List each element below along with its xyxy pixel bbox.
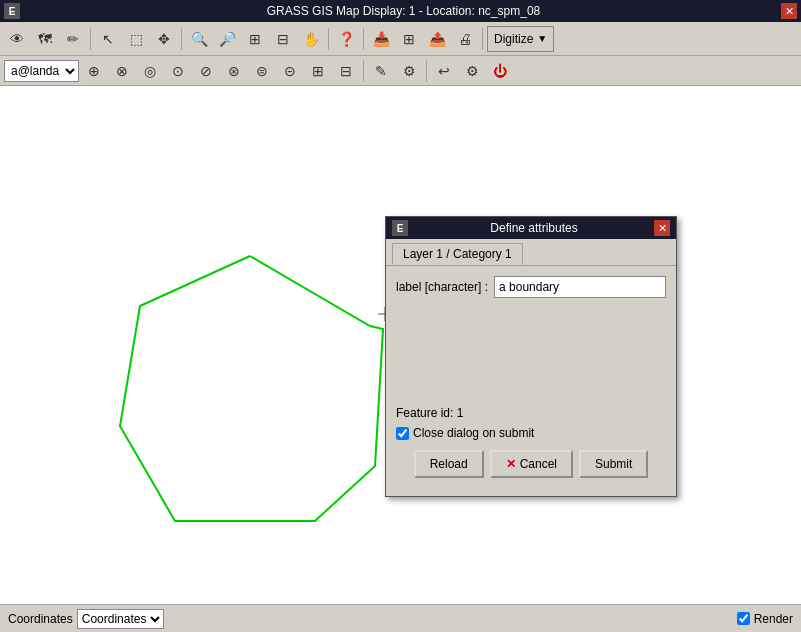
grid-button[interactable]: ⊞ bbox=[396, 26, 422, 52]
title-bar: E GRASS GIS Map Display: 1 - Location: n… bbox=[0, 0, 801, 22]
layer-icon-7[interactable]: ⊝ bbox=[277, 58, 303, 84]
close-dialog-row: Close dialog on submit bbox=[396, 426, 666, 440]
app-icon: E bbox=[4, 3, 20, 19]
chevron-down-icon: ▼ bbox=[537, 33, 547, 44]
tab-layer-category[interactable]: Layer 1 / Category 1 bbox=[392, 243, 523, 265]
submit-label: Submit bbox=[595, 457, 632, 471]
submit-button[interactable]: Submit bbox=[579, 450, 648, 478]
copy-button[interactable]: ⬚ bbox=[123, 26, 149, 52]
print-button[interactable]: 🖨 bbox=[452, 26, 478, 52]
zoom-out-button[interactable]: 🔎 bbox=[214, 26, 240, 52]
coords-label: Coordinates bbox=[8, 612, 73, 626]
zoom-region-button[interactable]: ⊟ bbox=[270, 26, 296, 52]
dialog-body: label [character] : Feature id: 1 Close … bbox=[386, 266, 676, 496]
eraser-button[interactable]: ✏ bbox=[60, 26, 86, 52]
toolbar2-sep-1 bbox=[363, 60, 364, 82]
edit-icon[interactable]: ✎ bbox=[368, 58, 394, 84]
dialog-title: Define attributes bbox=[414, 221, 654, 235]
close-dialog-label: Close dialog on submit bbox=[413, 426, 534, 440]
cancel-label: Cancel bbox=[520, 457, 557, 471]
map-canvas[interactable]: E Define attributes ✕ Layer 1 / Category… bbox=[0, 86, 801, 604]
toolbar-separator-1 bbox=[90, 28, 91, 50]
dialog-titlebar: E Define attributes ✕ bbox=[386, 217, 676, 239]
window-title: GRASS GIS Map Display: 1 - Location: nc_… bbox=[26, 4, 781, 18]
cancel-icon: ✕ bbox=[506, 457, 516, 471]
preferences-button[interactable]: ⚙ bbox=[459, 58, 485, 84]
toolbar-separator-4 bbox=[363, 28, 364, 50]
zoom-in-button[interactable]: 🔍 bbox=[186, 26, 212, 52]
layer-icon-9[interactable]: ⊟ bbox=[333, 58, 359, 84]
dialog-icon: E bbox=[392, 220, 408, 236]
export-button[interactable]: 📤 bbox=[424, 26, 450, 52]
main-toolbar: 👁 🗺 ✏ ↖ ⬚ ✥ 🔍 🔎 ⊞ ⊟ ✋ ❓ 📥 ⊞ 📤 🖨 Digitize… bbox=[0, 22, 801, 56]
settings-icon[interactable]: ⚙ bbox=[396, 58, 422, 84]
close-dialog-checkbox[interactable] bbox=[396, 427, 409, 440]
dialog-spacer bbox=[396, 306, 666, 406]
digitize-label: Digitize bbox=[494, 32, 533, 46]
dialog-close-button[interactable]: ✕ bbox=[654, 220, 670, 236]
status-bar: Coordinates Coordinates Render bbox=[0, 604, 801, 632]
layer-icon-2[interactable]: ◎ bbox=[137, 58, 163, 84]
undo-button[interactable]: ↩ bbox=[431, 58, 457, 84]
render-section: Render bbox=[737, 612, 793, 626]
cancel-button[interactable]: ✕ Cancel bbox=[490, 450, 573, 478]
eye-button[interactable]: 👁 bbox=[4, 26, 30, 52]
toolbar-separator-5 bbox=[482, 28, 483, 50]
layer-icon-5[interactable]: ⊛ bbox=[221, 58, 247, 84]
render-label: Render bbox=[754, 612, 793, 626]
window-close-button[interactable]: ✕ bbox=[781, 3, 797, 19]
layer-icon-1[interactable]: ⊗ bbox=[109, 58, 135, 84]
layer-icon-8[interactable]: ⊞ bbox=[305, 58, 331, 84]
label-field-label: label [character] : bbox=[396, 280, 488, 294]
label-field-input[interactable] bbox=[494, 276, 666, 298]
digitize-dropdown-button[interactable]: Digitize ▼ bbox=[487, 26, 554, 52]
power-button[interactable]: ⏻ bbox=[487, 58, 513, 84]
pointer-button[interactable]: ↖ bbox=[95, 26, 121, 52]
coords-dropdown[interactable]: Coordinates bbox=[77, 609, 164, 629]
query-button[interactable]: ❓ bbox=[333, 26, 359, 52]
import-button[interactable]: 📥 bbox=[368, 26, 394, 52]
feature-id-label: Feature id: 1 bbox=[396, 406, 666, 420]
coords-section: Coordinates Coordinates bbox=[8, 609, 733, 629]
define-attributes-dialog: E Define attributes ✕ Layer 1 / Category… bbox=[385, 216, 677, 497]
render-checkbox[interactable] bbox=[737, 612, 750, 625]
layer-icon-6[interactable]: ⊜ bbox=[249, 58, 275, 84]
layer-select[interactable]: a@landa bbox=[4, 60, 79, 82]
layer-toolbar: a@landa ⊕ ⊗ ◎ ⊙ ⊘ ⊛ ⊜ ⊝ ⊞ ⊟ ✎ ⚙ ↩ ⚙ ⏻ bbox=[0, 56, 801, 86]
pan-button[interactable]: ✋ bbox=[298, 26, 324, 52]
toolbar-separator-3 bbox=[328, 28, 329, 50]
toolbar-separator-2 bbox=[181, 28, 182, 50]
reload-label: Reload bbox=[430, 457, 468, 471]
toolbar2-sep-2 bbox=[426, 60, 427, 82]
add-layer-button[interactable]: ⊕ bbox=[81, 58, 107, 84]
zoom-map-button[interactable]: ⊞ bbox=[242, 26, 268, 52]
dialog-tabs: Layer 1 / Category 1 bbox=[386, 239, 676, 266]
reload-button[interactable]: Reload bbox=[414, 450, 484, 478]
field-row-label: label [character] : bbox=[396, 276, 666, 298]
dialog-buttons: Reload ✕ Cancel Submit bbox=[396, 450, 666, 478]
map-button[interactable]: 🗺 bbox=[32, 26, 58, 52]
move-button[interactable]: ✥ bbox=[151, 26, 177, 52]
layer-icon-3[interactable]: ⊙ bbox=[165, 58, 191, 84]
layer-icon-4[interactable]: ⊘ bbox=[193, 58, 219, 84]
